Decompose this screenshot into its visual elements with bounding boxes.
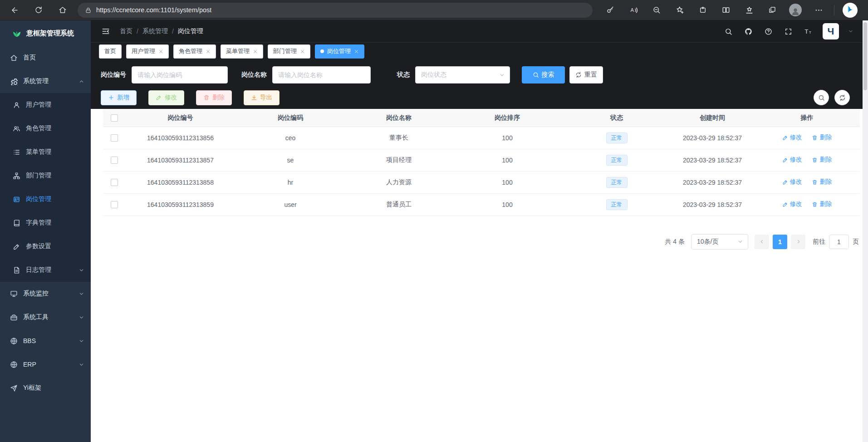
breadcrumb-home[interactable]: 首页 <box>120 27 132 35</box>
next-page-button[interactable] <box>791 235 805 249</box>
tab-home[interactable]: 首页 <box>99 44 122 59</box>
read-aloud-icon[interactable] <box>626 2 641 18</box>
page-size-select[interactable]: 10条/页 <box>691 234 748 250</box>
monitor-icon <box>10 290 18 298</box>
sidebar-item-yi-framework[interactable]: Yi框架 <box>0 376 91 400</box>
tab-role-management[interactable]: 角色管理 <box>173 44 216 59</box>
fullscreen-icon[interactable] <box>783 26 794 37</box>
row-delete-link[interactable]: 删除 <box>812 200 832 208</box>
row-edit-link[interactable]: 修改 <box>782 133 802 142</box>
row-checkbox[interactable] <box>111 134 118 142</box>
github-icon[interactable] <box>743 26 754 37</box>
edit-button[interactable]: 修改 <box>148 90 184 105</box>
prev-page-button[interactable] <box>755 235 769 249</box>
sidebar-item-home[interactable]: 首页 <box>0 46 91 69</box>
tab-user-management[interactable]: 用户管理 <box>126 44 169 59</box>
chevron-down-icon <box>78 362 84 368</box>
sidebar-item-dictionary-management[interactable]: 字典管理 <box>0 211 91 235</box>
close-icon[interactable] <box>253 49 258 54</box>
refresh-table-button[interactable] <box>834 90 850 105</box>
status-select[interactable]: 岗位状态 <box>415 66 510 83</box>
col-post-sort: 岗位排序 <box>452 109 563 127</box>
browser-menu-icon[interactable] <box>811 2 826 18</box>
browser-back-button[interactable] <box>5 2 24 18</box>
sidebar-item-post-management[interactable]: 岗位管理 <box>0 187 91 211</box>
trash-icon <box>812 201 818 207</box>
page-scrollbar[interactable] <box>863 20 868 442</box>
close-icon[interactable] <box>300 49 305 54</box>
post-id-input[interactable] <box>132 66 228 83</box>
chevron-up-icon <box>78 79 84 84</box>
chevron-down-icon <box>737 239 743 245</box>
row-checkbox[interactable] <box>111 179 118 186</box>
browser-profile-avatar[interactable] <box>788 2 803 18</box>
reset-button[interactable]: 重置 <box>569 66 603 83</box>
chevron-down-icon <box>78 338 84 344</box>
select-all-checkbox[interactable] <box>111 114 118 122</box>
row-delete-link[interactable]: 删除 <box>812 156 832 164</box>
tab-menu-management[interactable]: 菜单管理 <box>221 44 263 59</box>
refresh-icon <box>575 72 582 78</box>
sidebar-item-department-management[interactable]: 部门管理 <box>0 164 91 187</box>
sidebar-item-log-management[interactable]: 日志管理 <box>0 258 91 282</box>
address-bar[interactable]: https://ccnetcore.com:1101/system/post <box>78 3 593 18</box>
goto-page-input[interactable] <box>829 235 849 249</box>
search-button[interactable]: 搜索 <box>522 66 565 83</box>
row-delete-link[interactable]: 删除 <box>812 133 832 142</box>
user-icon <box>13 101 20 109</box>
browser-home-button[interactable] <box>54 2 72 18</box>
pagination-total: 共 4 条 <box>665 238 685 246</box>
sidebar-toggle-icon[interactable] <box>99 25 113 38</box>
trash-icon <box>203 94 210 101</box>
sidebar-item-user-management[interactable]: 用户管理 <box>0 93 91 117</box>
favorites-bar-icon[interactable] <box>741 2 757 18</box>
row-edit-link[interactable]: 修改 <box>782 200 802 208</box>
extensions-icon[interactable] <box>695 2 711 18</box>
user-avatar[interactable]: Ч <box>823 23 839 39</box>
sidebar-item-system-tools[interactable]: 系统工具 <box>0 305 91 329</box>
current-page-button[interactable]: 1 <box>773 235 787 249</box>
download-icon <box>251 94 257 101</box>
sidebar-item-parameter-settings[interactable]: 参数设置 <box>0 235 91 258</box>
book-icon <box>13 219 20 227</box>
sidebar-item-role-management[interactable]: 角色管理 <box>0 117 91 140</box>
table-row: 1641030593112313856 ceo 董事长 100 正常 2023-… <box>103 127 860 149</box>
close-icon[interactable] <box>158 49 163 54</box>
breadcrumb-system-management[interactable]: 系统管理 <box>142 27 168 35</box>
tab-post-management[interactable]: 岗位管理 <box>315 44 364 59</box>
sidebar-item-erp[interactable]: ERP <box>0 353 91 376</box>
toolbox-icon <box>10 314 18 321</box>
delete-button[interactable]: 删除 <box>196 90 232 105</box>
sidebar-item-bbs[interactable]: BBS <box>0 329 91 353</box>
zoom-out-icon[interactable] <box>649 2 664 18</box>
browser-reload-button[interactable] <box>29 2 48 18</box>
close-icon[interactable] <box>354 49 359 54</box>
row-edit-link[interactable]: 修改 <box>782 156 802 164</box>
tab-department-management[interactable]: 部门管理 <box>268 44 310 59</box>
app-logo[interactable]: 意框架管理系统 <box>0 20 91 46</box>
sidebar-item-system-management[interactable]: 系统管理 <box>0 69 91 93</box>
row-edit-link[interactable]: 修改 <box>782 178 802 186</box>
row-delete-link[interactable]: 删除 <box>812 178 832 186</box>
collections-icon[interactable] <box>765 2 780 18</box>
export-button[interactable]: 导出 <box>244 90 280 105</box>
add-favorite-icon[interactable] <box>672 2 687 18</box>
password-key-icon[interactable] <box>603 2 618 18</box>
post-name-input[interactable] <box>272 66 371 83</box>
bing-copilot-icon[interactable] <box>842 2 858 18</box>
toggle-search-button[interactable] <box>814 90 829 105</box>
split-screen-icon[interactable] <box>718 2 734 18</box>
row-checkbox[interactable] <box>111 201 118 208</box>
font-size-icon[interactable] <box>803 26 814 37</box>
row-checkbox[interactable] <box>111 157 118 164</box>
add-button[interactable]: 新增 <box>101 90 137 105</box>
sidebar-item-system-monitoring[interactable]: 系统监控 <box>0 282 91 305</box>
close-icon[interactable] <box>206 49 211 54</box>
table-row: 1641030593112313859 user 普通员工 100 正常 202… <box>103 193 860 216</box>
help-icon[interactable] <box>763 26 774 37</box>
avatar-caret-icon[interactable] <box>848 29 853 34</box>
scrollbar-thumb[interactable] <box>863 22 867 90</box>
lock-icon <box>85 7 92 14</box>
sidebar-item-menu-management[interactable]: 菜单管理 <box>0 140 91 164</box>
header-search-icon[interactable] <box>723 26 734 37</box>
